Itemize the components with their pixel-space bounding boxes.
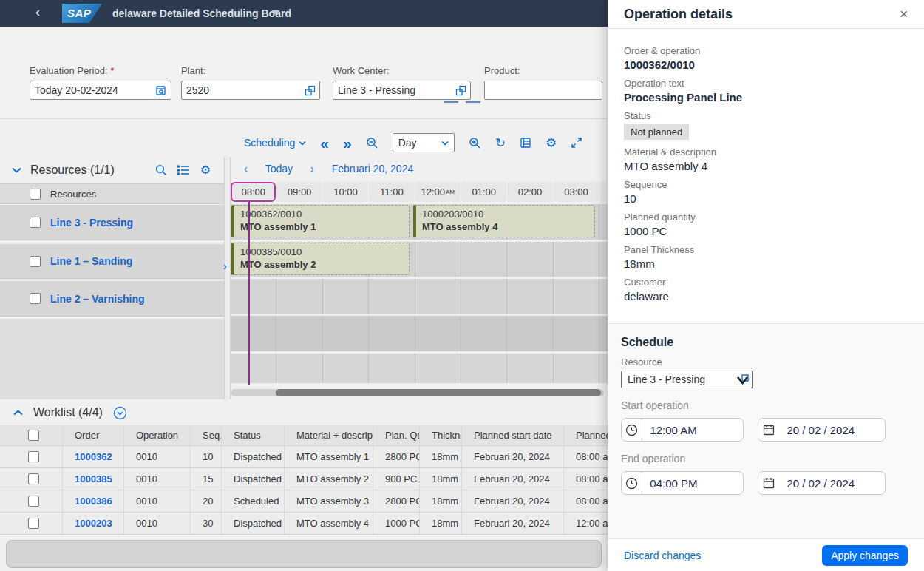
end-date-field[interactable] <box>758 471 886 495</box>
start-date-input[interactable] <box>779 424 885 436</box>
start-date-field[interactable] <box>758 418 886 442</box>
hour-cell[interactable]: 12:00AM <box>415 182 461 202</box>
back-icon[interactable]: ‹ <box>35 4 40 20</box>
table-row[interactable]: 1000362 0010 10 Dispatched MTO assembly … <box>0 446 608 468</box>
row-checkbox[interactable] <box>28 451 39 462</box>
hour-cell[interactable]: 02:00 <box>507 182 552 202</box>
row-checkbox[interactable] <box>28 496 39 507</box>
app-title-caret-icon[interactable] <box>272 10 279 15</box>
value-help-icon[interactable] <box>300 85 319 96</box>
row-checkbox[interactable] <box>28 473 39 484</box>
zoom-out-icon[interactable] <box>366 137 378 149</box>
worklist-menu-circle-chevron-icon[interactable] <box>113 406 127 420</box>
next-day-icon[interactable]: › <box>310 163 314 175</box>
evaluation-period-input[interactable] <box>30 84 152 96</box>
zoom-in-icon[interactable] <box>469 137 481 149</box>
worklist-header: Worklist (4/4) <box>0 400 608 425</box>
hour-cell[interactable] <box>599 182 607 202</box>
table-row[interactable]: 1000386 0010 20 Scheduled MTO assembly 3… <box>0 490 608 513</box>
today-button[interactable]: Today <box>265 163 293 175</box>
resource-checkbox[interactable] <box>30 217 41 228</box>
end-date-input[interactable] <box>779 477 885 490</box>
resource-select[interactable]: Line 3 - Pressing <box>621 371 753 388</box>
table-row[interactable]: 1000203 0010 30 Dispatched MTO assembly … <box>0 513 608 535</box>
resource-checkbox[interactable] <box>30 293 41 304</box>
product-input[interactable] <box>485 84 602 96</box>
previous-day-icon[interactable]: ‹ <box>244 163 248 175</box>
refresh-icon[interactable]: ↻ <box>495 137 506 149</box>
column-header[interactable]: Status <box>222 425 285 445</box>
date-picker-icon[interactable] <box>152 84 171 96</box>
row-checkbox[interactable] <box>28 518 39 529</box>
collapsed-footer-bar[interactable] <box>6 540 602 568</box>
app-title[interactable]: delaware Detailed Scheduling Board <box>112 7 291 19</box>
legend-icon[interactable] <box>520 137 531 149</box>
time-axis: 08:00 09:00 10:00 11:00 12:00AM 01:00 02… <box>231 182 607 202</box>
scrollbar-thumb[interactable] <box>276 389 601 396</box>
order-link[interactable]: 1000385 <box>75 473 112 484</box>
order-link[interactable]: 1000203 <box>75 518 112 529</box>
horizontal-scrollbar[interactable] <box>231 389 604 396</box>
search-icon[interactable] <box>155 164 167 176</box>
decorative-dash <box>444 101 458 103</box>
column-header[interactable]: Operation <box>124 425 191 445</box>
gantt-bar-order-1000385[interactable]: 1000385/0010 MTO assembly 2 <box>231 243 410 275</box>
work-center-input[interactable] <box>333 84 451 96</box>
start-time-field[interactable] <box>621 418 744 442</box>
table-row[interactable]: 1000385 0010 15 Dispatched MTO assembly … <box>0 468 608 490</box>
clock-icon[interactable] <box>622 419 642 441</box>
column-header[interactable]: Planned <box>564 425 608 445</box>
fullscreen-icon[interactable] <box>571 137 582 149</box>
list-icon[interactable] <box>177 165 190 175</box>
start-time-input[interactable] <box>642 424 743 436</box>
gantt-bar-order-1000203[interactable]: 1000203/0010 MTO assembly 4 <box>413 205 595 237</box>
resource-link[interactable]: Line 3 - Pressing <box>50 217 133 229</box>
select-all-resources-checkbox[interactable] <box>30 189 41 200</box>
column-header[interactable]: Planned start date <box>462 425 564 445</box>
scroll-left-button[interactable]: « <box>320 135 329 151</box>
hour-cell[interactable]: 03:00 <box>554 182 599 202</box>
order-link[interactable]: 1000386 <box>75 496 112 507</box>
resource-checkbox[interactable] <box>30 256 41 267</box>
hour-cell[interactable]: 11:00 <box>369 182 414 202</box>
resource-link[interactable]: Line 1 – Sanding <box>50 255 132 267</box>
hour-cell-current[interactable]: 08:00 <box>231 182 276 202</box>
column-header[interactable]: Plan. Qty <box>373 425 420 445</box>
clock-icon[interactable] <box>622 472 642 494</box>
column-header[interactable]: Material + description <box>285 425 373 445</box>
splitter-expand-icon[interactable]: › <box>223 260 227 272</box>
sequence-value: 10 <box>624 192 908 205</box>
end-time-input[interactable] <box>642 477 743 490</box>
resource-link[interactable]: Line 2 – Varnishing <box>50 293 145 305</box>
column-header[interactable]: Thickness <box>420 425 462 445</box>
panel-splitter[interactable]: › <box>224 157 231 399</box>
end-time-field[interactable] <box>621 471 744 495</box>
close-icon[interactable]: × <box>900 6 908 22</box>
select-all-checkbox[interactable] <box>28 430 39 441</box>
discard-changes-link[interactable]: Discard changes <box>624 550 701 561</box>
apply-changes-button[interactable]: Apply changes <box>822 545 908 566</box>
panel-thickness-value: 18mm <box>624 257 908 270</box>
column-header[interactable]: Seq. <box>191 425 222 445</box>
order-operation-value: 1000362/0010 <box>624 58 908 71</box>
hour-cell[interactable]: 09:00 <box>276 182 322 202</box>
calendar-icon[interactable] <box>758 472 779 494</box>
collapse-chevron-up-icon[interactable] <box>13 410 23 416</box>
time-scale-select[interactable]: Day <box>393 133 455 152</box>
column-header[interactable]: Order <box>63 425 124 445</box>
hour-cell[interactable]: 10:00 <box>323 182 368 202</box>
gantt-toolbar: Scheduling « » Day ↻ ⚙ <box>231 130 582 155</box>
resources-empty-area <box>0 319 224 399</box>
scroll-right-button[interactable]: » <box>343 135 352 151</box>
scheduling-menu-button[interactable]: Scheduling <box>244 137 306 149</box>
value-help-icon[interactable] <box>451 85 470 96</box>
hour-cell[interactable]: 01:00 <box>461 182 506 202</box>
gantt-bar-order-1000362[interactable]: 1000362/0010 MTO assembly 1 <box>231 205 410 237</box>
calendar-icon[interactable] <box>758 419 779 441</box>
settings-gear-icon[interactable]: ⚙ <box>546 137 557 149</box>
order-link[interactable]: 1000362 <box>75 451 112 462</box>
field-label: Planned quantity <box>624 212 908 223</box>
plant-input[interactable] <box>182 84 300 96</box>
collapse-chevron-icon[interactable] <box>12 167 21 173</box>
resources-settings-gear-icon[interactable]: ⚙ <box>200 164 211 176</box>
